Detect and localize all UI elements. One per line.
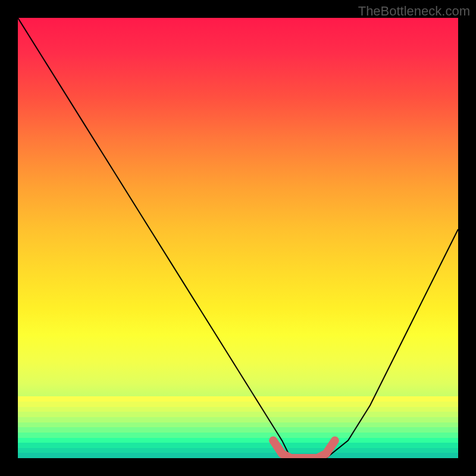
valley-marker (273, 440, 335, 458)
curve-svg (18, 18, 458, 458)
chart-plot-area (18, 18, 458, 458)
bottleneck-curve (18, 18, 458, 458)
watermark-text: TheBottleneck.com (358, 4, 470, 19)
